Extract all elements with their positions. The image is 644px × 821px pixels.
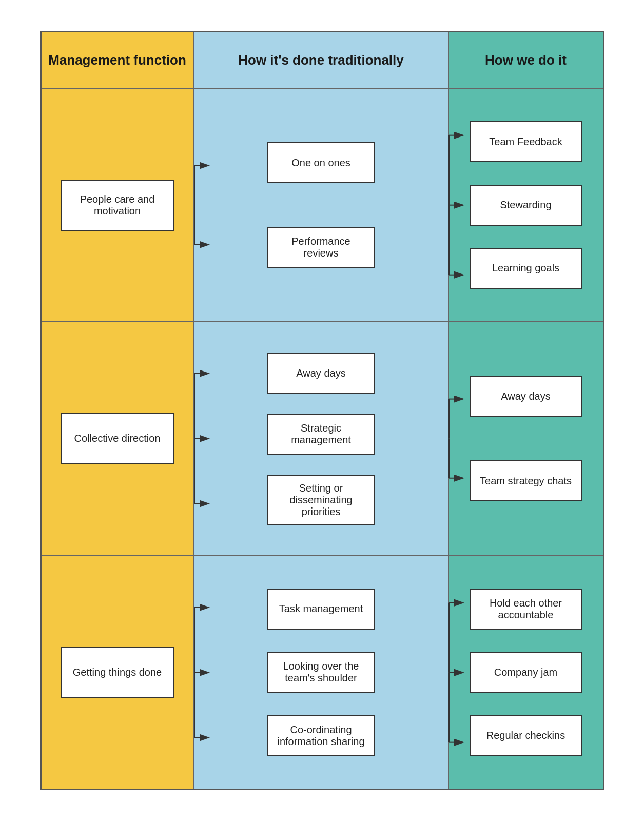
diagram: Management function How it's done tradit…	[40, 31, 604, 790]
left-box-3: Getting things done	[61, 647, 174, 698]
right-label-3-0: Hold each other accountable	[479, 597, 573, 621]
group-people-care: People care and motivation One on ones P…	[42, 89, 603, 322]
right-box-1-0: Team Feedback	[470, 121, 582, 162]
header-col1-text: Management function	[48, 52, 186, 68]
mid-label-2-2: Setting or disseminating priorities	[277, 482, 366, 518]
group-getting-done: Getting things done Task management Look…	[42, 556, 603, 789]
mid-box-1-0: One on ones	[267, 142, 375, 183]
right-label-1-2: Learning goals	[492, 262, 559, 274]
left-cell-1: People care and motivation	[42, 89, 194, 321]
header-col2: How it's done traditionally	[194, 32, 449, 88]
mid-box-3-2: Co-ordinating information sharing	[267, 715, 375, 756]
right-label-1-0: Team Feedback	[489, 136, 562, 148]
mid-label-2-1: Strategic management	[277, 422, 366, 446]
mid-box-2-2: Setting or disseminating priorities	[267, 475, 375, 525]
left-label-3: Getting things done	[73, 667, 162, 678]
right-cell-3: Hold each other accountable Company jam …	[449, 556, 603, 789]
mid-box-3-1: Looking over the team's shoulder	[267, 652, 375, 693]
mid-label-3-0: Task management	[279, 603, 363, 615]
right-box-1-1: Stewarding	[470, 185, 582, 226]
mid-label-1-1: Performance reviews	[277, 236, 366, 259]
mid-cell-1: One on ones Performance reviews	[194, 89, 449, 321]
mid-label-3-1: Looking over the team's shoulder	[277, 660, 366, 684]
right-label-3-1: Company jam	[494, 667, 557, 678]
group-collective: Collective direction Away days Strategic…	[42, 322, 603, 556]
mid-label-1-0: One on ones	[291, 157, 350, 169]
arrows-group1-mid	[194, 89, 448, 321]
right-box-3-2: Regular checkins	[470, 715, 582, 756]
left-label-2: Collective direction	[74, 433, 161, 444]
header-row: Management function How it's done tradit…	[42, 32, 603, 89]
mid-label-2-0: Away days	[296, 367, 345, 379]
left-cell-3: Getting things done	[42, 556, 194, 789]
right-box-3-1: Company jam	[470, 652, 582, 693]
mid-box-3-0: Task management	[267, 589, 375, 630]
mid-box-2-1: Strategic management	[267, 414, 375, 455]
right-box-3-0: Hold each other accountable	[470, 589, 582, 630]
right-label-3-2: Regular checkins	[486, 730, 565, 741]
right-cell-1: Team Feedback Stewarding Learning goals	[449, 89, 603, 321]
right-label-2-0: Away days	[501, 390, 550, 402]
mid-label-3-2: Co-ordinating information sharing	[277, 724, 366, 748]
header-col2-text: How it's done traditionally	[238, 52, 404, 68]
mid-cell-2: Away days Strategic management Setting o…	[194, 322, 449, 555]
header-col3: How we do it	[449, 32, 603, 88]
left-label-1: People care and motivation	[70, 193, 165, 217]
right-label-1-1: Stewarding	[500, 199, 551, 211]
right-box-2-1: Team strategy chats	[470, 460, 582, 501]
mid-box-1-1: Performance reviews	[267, 227, 375, 268]
mid-box-2-0: Away days	[267, 353, 375, 394]
left-cell-2: Collective direction	[42, 322, 194, 555]
header-col3-text: How we do it	[485, 52, 567, 68]
header-col1: Management function	[42, 32, 194, 88]
arrows-group2-right	[449, 322, 603, 555]
right-cell-2: Away days Team strategy chats	[449, 322, 603, 555]
right-box-2-0: Away days	[470, 376, 582, 417]
right-label-2-1: Team strategy chats	[480, 475, 572, 487]
left-box-1: People care and motivation	[61, 180, 174, 231]
right-box-1-2: Learning goals	[470, 248, 582, 289]
mid-cell-3: Task management Looking over the team's …	[194, 556, 449, 789]
left-box-2: Collective direction	[61, 413, 174, 464]
